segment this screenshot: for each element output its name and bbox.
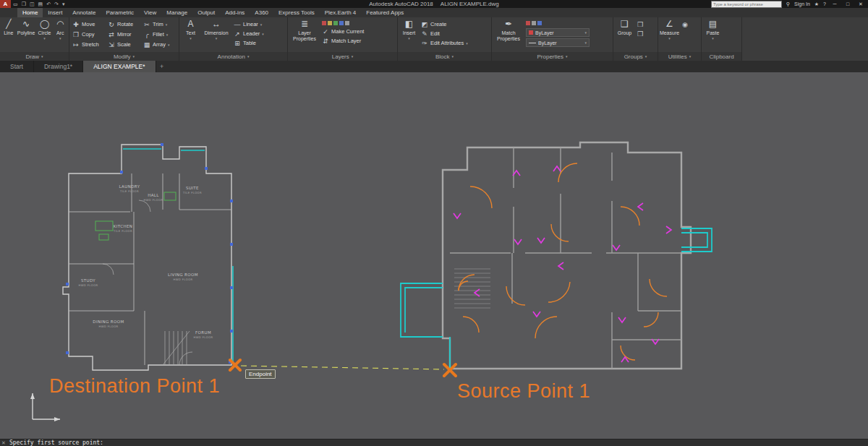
- layer-state-icon[interactable]: [322, 21, 326, 25]
- lineweight-tool-icon[interactable]: [537, 21, 542, 25]
- qat-dropdown-icon[interactable]: ▾: [62, 0, 65, 8]
- search-icon[interactable]: ⚲: [786, 0, 790, 8]
- id-point-button[interactable]: ◉: [681, 20, 689, 29]
- edit-attributes-button[interactable]: ✑ Edit Attributes ▾: [421, 38, 468, 48]
- osnap-tooltip: Endpoint: [245, 369, 276, 379]
- trim-button[interactable]: ✂ Trim ▾: [143, 20, 176, 29]
- panel-title-layers[interactable]: Layers ▾: [288, 52, 397, 61]
- panel-title-block[interactable]: Block ▾: [398, 52, 491, 61]
- tab-plexearth[interactable]: Plex.Earth 4: [320, 8, 362, 17]
- chevron-down-icon: ▾: [247, 54, 250, 59]
- panel-title-groups[interactable]: Groups ▾: [613, 52, 658, 61]
- table-button[interactable]: ⊞ Table: [234, 38, 264, 48]
- tab-insert[interactable]: Insert: [43, 8, 67, 17]
- tab-drawing1[interactable]: Drawing1*: [34, 61, 83, 72]
- maximize-button[interactable]: □: [843, 0, 852, 8]
- close-button[interactable]: ✕: [856, 0, 865, 8]
- group-edit-button[interactable]: ❒: [637, 29, 644, 38]
- arc-button[interactable]: ◠ Arc ▾: [54, 20, 66, 40]
- measure-button[interactable]: ∠ Measure ▾: [661, 20, 678, 40]
- rotate-button[interactable]: ↻ Rotate: [108, 20, 141, 29]
- command-close-icon[interactable]: ✕: [1, 440, 6, 446]
- copy-button[interactable]: ❐ Copy: [72, 30, 106, 39]
- dimension-button[interactable]: ↔ Dimension ▾: [203, 20, 230, 40]
- print-icon[interactable]: ▤: [38, 0, 43, 8]
- fillet-button[interactable]: ╭ Fillet ▾: [143, 30, 176, 39]
- scale-button[interactable]: ⇲ Scale: [108, 40, 141, 49]
- linetype-tool-icon[interactable]: [532, 21, 536, 25]
- tab-a360[interactable]: A360: [250, 8, 273, 17]
- layer-state-icon[interactable]: [333, 21, 338, 25]
- stretch-button[interactable]: ↦ Stretch: [72, 40, 106, 49]
- tab-manage[interactable]: Manage: [161, 8, 192, 17]
- minimize-button[interactable]: ─: [830, 0, 839, 8]
- layer-state-icons: [322, 20, 364, 27]
- autocad-logo-icon[interactable]: A: [0, 0, 11, 8]
- help-icon[interactable]: ?: [823, 0, 826, 8]
- layer-state-icon[interactable]: [339, 21, 344, 25]
- insert-button[interactable]: ◧ Insert ▾: [401, 20, 417, 40]
- match-layer-button[interactable]: ⇵ Match Layer: [322, 36, 364, 46]
- make-current-button[interactable]: ✓ Make Current: [322, 27, 364, 36]
- star-icon[interactable]: ★: [814, 0, 819, 8]
- panel-title-utilities[interactable]: Utilities ▾: [658, 52, 701, 61]
- tab-align-example[interactable]: ALIGN EXAMPLE*: [83, 61, 156, 72]
- drawing-canvas[interactable]: LAUNDRY TILE FLOOR HALL HWD FLOOR SUITE …: [0, 72, 868, 439]
- save-file-icon[interactable]: ◫: [30, 0, 35, 8]
- object-color-dropdown[interactable]: ByLayer ▾: [526, 28, 590, 37]
- color-tool-icon[interactable]: [526, 21, 530, 25]
- destination-floor-plan[interactable]: LAUNDRY TILE FLOOR HALL HWD FLOOR SUITE …: [63, 143, 233, 370]
- line-button[interactable]: ╱ Line: [3, 20, 14, 36]
- tab-express-tools[interactable]: Express Tools: [273, 8, 320, 17]
- redo-icon[interactable]: ↷: [54, 0, 59, 8]
- source-floor-plan[interactable]: [401, 142, 712, 369]
- tab-add-ins[interactable]: Add-ins: [220, 8, 250, 17]
- command-line-bar[interactable]: ✕ Specify first source point:: [0, 439, 868, 446]
- room-label: LIVING ROOM: [168, 273, 198, 277]
- panel-title-modify[interactable]: Modify ▾: [69, 52, 179, 61]
- tab-parametric[interactable]: Parametric: [101, 8, 139, 17]
- sign-in-link[interactable]: Sign In: [794, 0, 810, 8]
- panel-title-properties[interactable]: Properties ▾: [492, 52, 613, 61]
- text-button[interactable]: A Text ▾: [182, 20, 199, 40]
- leader-button[interactable]: ↗ Leader ▾: [234, 29, 264, 38]
- linear-button[interactable]: — Linear ▾: [234, 20, 264, 29]
- undo-icon[interactable]: ↶: [46, 0, 51, 8]
- paste-button[interactable]: ▤ Paste ▾: [705, 20, 721, 40]
- tab-start[interactable]: Start: [0, 61, 34, 72]
- group-button[interactable]: ❑ Group: [616, 20, 633, 36]
- line-icon: ╱: [6, 20, 11, 30]
- tab-annotate[interactable]: Annotate: [67, 8, 101, 17]
- ribbon-panel-draw: ╱ Line ∿ Polyline ◯ Circle ▾ ◠ Arc ▾: [0, 17, 69, 61]
- new-drawing-button[interactable]: +: [156, 61, 168, 72]
- mirror-button[interactable]: ⇄ Mirror: [108, 30, 141, 39]
- new-file-icon[interactable]: ▭: [13, 0, 18, 8]
- tab-home[interactable]: Home: [17, 8, 43, 17]
- tab-featured-apps[interactable]: Featured Apps: [361, 8, 409, 17]
- layer-state-icon[interactable]: [345, 21, 349, 25]
- chevron-down-icon: ▾: [584, 40, 587, 45]
- edit-block-button[interactable]: ✎ Edit: [421, 29, 468, 38]
- open-file-icon[interactable]: ❒: [22, 0, 26, 8]
- command-prompt[interactable]: Specify first source point:: [9, 439, 103, 446]
- layer-properties-button[interactable]: ≣ Layer Properties: [291, 20, 318, 41]
- chevron-down-icon: ▾: [43, 37, 46, 40]
- tab-output[interactable]: Output: [192, 8, 220, 17]
- move-button[interactable]: ✚ Move: [72, 20, 106, 29]
- room-label: FORUM: [195, 330, 211, 335]
- panel-title-clipboard[interactable]: Clipboard: [702, 52, 741, 61]
- polyline-button[interactable]: ∿ Polyline: [18, 20, 35, 36]
- tab-view[interactable]: View: [139, 8, 161, 17]
- linetype-dropdown[interactable]: ByLayer ▾: [526, 38, 590, 47]
- panel-title-draw[interactable]: Draw ▾: [0, 52, 69, 61]
- match-properties-button[interactable]: ✒ Match Properties: [495, 20, 522, 41]
- array-button[interactable]: ▦ Array ▾: [143, 40, 176, 49]
- search-input[interactable]: [711, 1, 782, 8]
- app-title: Autodesk AutoCAD 2018: [369, 1, 433, 7]
- circle-button[interactable]: ◯ Circle ▾: [38, 20, 51, 40]
- ungroup-button[interactable]: ❒: [637, 20, 644, 29]
- layer-state-icon[interactable]: [328, 21, 332, 25]
- chevron-down-icon: ▾: [466, 41, 468, 46]
- create-block-button[interactable]: ◩ Create: [421, 20, 468, 29]
- panel-title-annotation[interactable]: Annotation ▾: [179, 52, 287, 61]
